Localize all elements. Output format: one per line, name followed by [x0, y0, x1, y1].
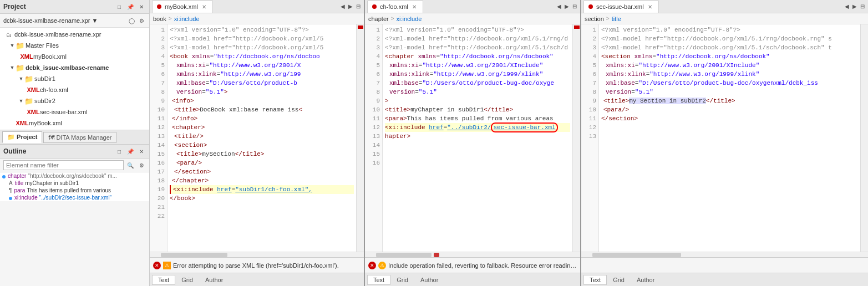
- expand-subdir1[interactable]: ▼: [18, 75, 24, 82]
- tree-label-subdir1: subDir1: [34, 75, 55, 82]
- outline-item-para[interactable]: ¶ para This has items pulled from variou…: [0, 187, 149, 194]
- view-tab-grid-1[interactable]: Grid: [175, 275, 199, 285]
- status-icon-error-1: ✕: [153, 262, 161, 269]
- editor-pane-3: sec-issue-bar.xml ✕ ◀ ▶ ⊟ section > titl…: [581, 0, 868, 286]
- tree-item-master-files[interactable]: ▼ 📁 Master Files: [0, 40, 149, 51]
- hscroll-1[interactable]: [150, 252, 364, 257]
- xml-icon-sec-issue: XML: [29, 108, 38, 116]
- breadcrumb-item-chapter[interactable]: chapter: [368, 16, 389, 22]
- outline-item-title[interactable]: A title myChapter in subDir1: [0, 180, 149, 187]
- code-area-1[interactable]: 123 456 789 101112 131415 161718 192021 …: [150, 24, 364, 252]
- tree-label-subdir2: subDir2: [34, 98, 55, 104]
- outline-header-icons: □ 📌 ✕: [115, 147, 146, 156]
- status-text-3: [585, 262, 586, 269]
- tab-ch-foo[interactable]: ch-foo.xml ✕: [367, 1, 423, 13]
- close-panel-icon[interactable]: ✕: [137, 2, 146, 11]
- view-tab-text-2[interactable]: Text: [367, 275, 390, 285]
- code-area-2[interactable]: 123 456 789 101112 131415 16 <?xml versi…: [365, 24, 580, 252]
- tab-next-2[interactable]: ▶: [564, 2, 570, 11]
- editor-tab-bar-2: ch-foo.xml ✕ ◀ ▶ ⊟: [365, 0, 580, 13]
- tree-item-subdir2[interactable]: ▼ 📁 subDir2: [0, 95, 149, 106]
- breadcrumb-3: section > title: [581, 13, 868, 24]
- tab-prev-2[interactable]: ◀: [556, 2, 562, 11]
- view-tab-text-3[interactable]: Text: [583, 275, 607, 285]
- tab-dita-maps[interactable]: 🗺 DITA Maps Manager: [43, 132, 116, 143]
- tab-prev-3[interactable]: ◀: [844, 2, 850, 11]
- tab-label-ch-foo: ch-foo.xml: [380, 3, 408, 10]
- status-3: [581, 257, 868, 273]
- tab-prev-1[interactable]: ◀: [339, 2, 346, 11]
- hscroll-thumb-3[interactable]: [592, 253, 681, 257]
- tree-label-xpr: dcbk-issue-xmlbase-rename.xpr: [14, 31, 101, 38]
- outline-text-title: myChapter in subDir1: [25, 180, 79, 186]
- view-tab-text-1[interactable]: Text: [152, 275, 175, 285]
- outline-pin-icon[interactable]: 📌: [126, 147, 135, 156]
- tab-close-ch-foo[interactable]: ✕: [410, 3, 418, 11]
- tree-item-dcbk-folder[interactable]: ▼ 📁 dcbk_issue-xmlbase-rename: [0, 62, 149, 73]
- expand-subdir2[interactable]: ▼: [18, 98, 24, 104]
- view-tab-author-1[interactable]: Author: [199, 275, 229, 285]
- outline-item-xiinclude[interactable]: xi:include "../subDir2/sec-issue-bar.xml…: [0, 194, 149, 201]
- folder-icon-master: 📁: [16, 41, 24, 50]
- breadcrumb-item-book[interactable]: book: [153, 16, 166, 22]
- tab-menu-1[interactable]: ⊟: [355, 2, 362, 11]
- outline-close-icon[interactable]: ✕: [137, 147, 146, 156]
- view-tab-author-3[interactable]: Author: [631, 275, 661, 285]
- panel-header-icons: □ 📌 ✕: [115, 2, 146, 11]
- minimize-icon[interactable]: □: [115, 2, 124, 11]
- tab-next-1[interactable]: ▶: [347, 2, 354, 11]
- tree-item-sec-issue[interactable]: XML sec-issue-bar.xml: [0, 106, 149, 118]
- breadcrumb-item-xiinclude-1[interactable]: xi:include: [174, 16, 200, 22]
- status-2: ✕ ⚠ Include operation failed, reverting …: [365, 257, 580, 273]
- tab-nav-2: ◀ ▶ ⊟: [556, 2, 578, 11]
- scrollbar-2[interactable]: [572, 24, 580, 252]
- new-icon[interactable]: ◯: [127, 16, 136, 25]
- status-text-2: Include operation failed, reverting to f…: [388, 262, 577, 269]
- tab-mybook[interactable]: myBook.xml ✕: [152, 1, 213, 13]
- scrollbar-1[interactable]: [356, 24, 364, 252]
- hscroll-thumb-1[interactable]: [161, 253, 227, 257]
- outline-filter-settings-icon[interactable]: ⚙: [137, 161, 146, 170]
- tab-close-sec-issue[interactable]: ✕: [646, 3, 654, 11]
- tree-item-mybook-master[interactable]: XML myBook.xml: [0, 51, 149, 62]
- hscroll-3[interactable]: [581, 252, 868, 257]
- project-file-dropdown[interactable]: dcbk-issue-xmlbase-rename.xpr ▼: [3, 17, 125, 24]
- outline-filter-input[interactable]: [3, 160, 124, 170]
- settings-icon[interactable]: ⚙: [137, 16, 146, 25]
- left-panel: Project □ 📌 ✕ dcbk-issue-xmlbase-rename.…: [0, 0, 150, 286]
- tree-label-ch-foo: ch-foo.xml: [40, 86, 68, 93]
- line-numbers-1: 123 456 789 101112 131415 161718 192021 …: [150, 24, 167, 252]
- hscroll-thumb-2[interactable]: [376, 253, 432, 257]
- tab-next-3[interactable]: ▶: [851, 2, 858, 11]
- breadcrumb-item-xiinclude-2[interactable]: xi:include: [397, 16, 422, 22]
- expand-dcbk-folder[interactable]: ▼: [9, 64, 16, 71]
- tab-menu-2[interactable]: ⊟: [571, 2, 578, 11]
- pin-icon[interactable]: 📌: [126, 2, 135, 11]
- tab-sec-issue[interactable]: sec-issue-bar.xml ✕: [583, 1, 659, 13]
- tree-item-subdir1[interactable]: ▼ 📁 subDir1: [0, 73, 149, 84]
- tree-item-ch-foo[interactable]: XML ch-foo.xml: [0, 84, 149, 95]
- tab-menu-3[interactable]: ⊟: [859, 2, 866, 11]
- scrollbar-3[interactable]: [860, 24, 868, 252]
- view-tab-grid-2[interactable]: Grid: [390, 275, 414, 285]
- outline-item-chapter[interactable]: chapter "http://docbook.org/ns/docbook" …: [0, 172, 149, 180]
- expand-master-files[interactable]: ▼: [9, 42, 16, 49]
- breadcrumb-item-title-3[interactable]: title: [612, 16, 621, 22]
- tab-dot-sec-issue: [588, 4, 593, 9]
- outline-minimize-icon[interactable]: □: [115, 147, 124, 156]
- tree-item-xpr[interactable]: 🗂 dcbk-issue-xmlbase-rename.xpr: [0, 29, 149, 40]
- hscroll-2[interactable]: [365, 252, 580, 257]
- tab-close-mybook[interactable]: ✕: [200, 3, 208, 11]
- editor-pane-1: myBook.xml ✕ ◀ ▶ ⊟ book > xi:include: [150, 0, 365, 286]
- breadcrumb-item-section[interactable]: section: [585, 16, 604, 22]
- view-tab-author-2[interactable]: Author: [414, 275, 444, 285]
- outline-attr-chapter: "http://docbook.org/ns/docbook" m...: [28, 173, 117, 179]
- outline-filter-search-icon[interactable]: 🔍: [126, 161, 135, 170]
- code-area-3[interactable]: 123 456 789 101112 13 <?xml version="1.0…: [581, 24, 868, 252]
- tab-project[interactable]: 📁 Project: [2, 131, 42, 143]
- code-content-3: <?xml version="1.0" encoding="UTF-8"?> <…: [599, 24, 860, 252]
- outline-header: Outline □ 📌 ✕: [0, 145, 149, 159]
- view-tab-grid-3[interactable]: Grid: [607, 275, 631, 285]
- tree-item-mybook2[interactable]: XML myBook.xml: [0, 118, 149, 129]
- outline-dot-xiinclude: [9, 197, 12, 200]
